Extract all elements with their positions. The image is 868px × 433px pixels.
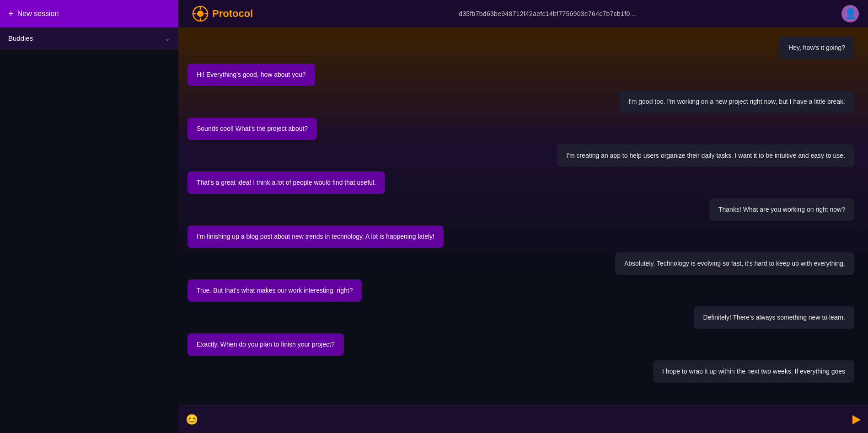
chevron-down-icon: ⌄ [165,35,170,42]
message-row: Definitely! There's always something new… [188,306,854,329]
plus-icon: + [8,9,14,19]
chat-messages: Hey, how's it going?Hi! Everything's goo… [178,27,868,406]
top-header: + New session Protocol d35fb7bd63be94871… [0,0,868,27]
main-body: Buddies ⌄ Hey, how's it going?Hi! Everyt… [0,27,868,433]
chat-text-input[interactable] [203,416,848,423]
chat-area: Hey, how's it going?Hi! Everything's goo… [178,27,868,433]
message-bubble: Definitely! There's always something new… [694,306,854,329]
message-bubble: I hope to wrap it up within the next two… [653,360,854,383]
svg-point-1 [197,11,204,17]
new-session-label: New session [17,10,59,18]
main-header: Protocol d35fb7bd63be948712f42aefc14bf77… [178,5,868,22]
session-id: d35fb7bd63be948712f42aefc14bf7756903e764… [459,10,636,17]
message-bubble: True. But that's what makes our work int… [188,279,362,302]
message-row: Exactly. When do you plan to finish your… [188,333,854,356]
message-row: I'm finishing up a blog post about new t… [188,225,854,248]
message-row: True. But that's what makes our work int… [188,279,854,302]
chat-input-area: 😊 [178,406,868,433]
message-bubble: Hi! Everything's good, how about you? [188,64,315,86]
message-row: I hope to wrap it up within the next two… [188,360,854,383]
message-bubble: Hey, how's it going? [779,37,854,59]
message-row: Hey, how's it going? [188,37,854,59]
message-row: Hi! Everything's good, how about you? [188,64,854,86]
message-row: I'm creating an app to help users organi… [188,144,854,167]
message-bubble: I'm finishing up a blog post about new t… [188,225,444,248]
message-bubble: Sounds cool! What's the project about? [188,118,317,140]
message-bubble: Exactly. When do you plan to finish your… [188,333,344,356]
sidebar-content [0,49,178,433]
message-row: Sounds cool! What's the project about? [188,118,854,140]
avatar-icon: 👤 [844,8,857,20]
sidebar: Buddies ⌄ [0,27,178,433]
message-row: I'm good too. I'm working on a new proje… [188,91,854,113]
new-session-button[interactable]: + New session [0,0,178,27]
message-bubble: That's a great idea! I think a lot of pe… [188,171,385,194]
message-bubble: Absolutely. Technology is evolving so fa… [615,252,854,275]
message-bubble: I'm good too. I'm working on a new proje… [619,91,854,113]
buddies-label: Buddies [8,34,33,42]
avatar[interactable]: 👤 [841,5,859,22]
emoji-button[interactable]: 😊 [186,414,198,426]
message-bubble: I'm creating an app to help users organi… [557,144,854,167]
message-bubble: Thanks! What are you working on right no… [709,198,854,221]
logo-text: Protocol [212,8,253,20]
message-row: That's a great idea! I think a lot of pe… [188,171,854,194]
send-icon [852,415,861,424]
buddies-section[interactable]: Buddies ⌄ [0,27,178,49]
send-button[interactable] [852,415,861,424]
protocol-logo-icon [192,5,209,22]
message-row: Thanks! What are you working on right no… [188,198,854,221]
message-row: Absolutely. Technology is evolving so fa… [188,252,854,275]
logo-area: Protocol [192,5,253,22]
